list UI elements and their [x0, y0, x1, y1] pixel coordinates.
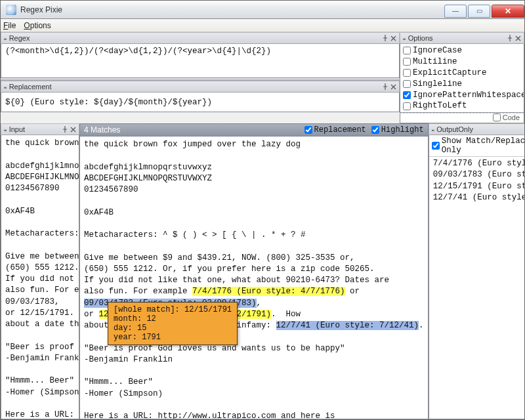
options-panel-header[interactable]: ▪▪Options	[400, 32, 524, 44]
option-label: Multiline	[413, 56, 457, 68]
matches-text: or	[345, 287, 360, 296]
option-ignorepatternwhitespace[interactable]	[403, 91, 411, 99]
option-label: RightToLeft	[413, 100, 467, 112]
work-area: ▪▪Input the quick brown fo abcdefghijklm…	[1, 123, 524, 419]
output-panel: Show Match/Replacements Only 7/4/1776 (E…	[429, 135, 525, 419]
pin-icon[interactable]	[507, 35, 513, 41]
pin-icon[interactable]	[382, 83, 388, 90]
option-label: Singleline	[413, 79, 462, 90]
option-label: ExplicitCapture	[413, 68, 487, 79]
match-count: 4 Matches	[84, 125, 120, 135]
option-righttoleft[interactable]	[403, 102, 411, 110]
match-highlight[interactable]: 12/7/41 (Euro style: 7/12/41)	[276, 321, 419, 330]
replacement-toggle[interactable]	[304, 126, 312, 134]
minimize-button[interactable]: —	[444, 5, 467, 18]
window-controls: — ▭ ✕	[443, 2, 524, 18]
options-panel-title: Options	[408, 34, 433, 42]
code-checkbox[interactable]	[493, 114, 501, 121]
panel-close-icon[interactable]	[515, 35, 521, 41]
menu-options[interactable]: Options	[24, 21, 51, 30]
menu-file[interactable]: File	[3, 21, 16, 30]
input-panel-header[interactable]: ▪▪Input	[1, 123, 79, 135]
regex-input[interactable]: (?<month>\d{1,2})/(?<day>\d{1,2})/(?<yea…	[1, 44, 400, 78]
code-label: Code	[503, 114, 520, 121]
panel-close-icon[interactable]	[70, 127, 76, 133]
matches-view[interactable]: the quick brown fox jumped over the lazy…	[79, 136, 429, 419]
matches-header: 4 Matches Replacement Highlight	[79, 123, 429, 136]
output-panel-title: OutputOnly	[436, 125, 473, 133]
pin-icon[interactable]	[382, 35, 388, 41]
match-tooltip: [whole match]: 12/15/1791 month: 12 day:…	[108, 302, 238, 345]
highlight-toggle[interactable]	[371, 126, 379, 134]
replacement-panel-header[interactable]: ▪▪Replacement	[1, 81, 400, 93]
output-text[interactable]: 7/4/1776 (Euro style: 4/7/1776) 09/03/17…	[429, 157, 525, 419]
input-textarea[interactable]: the quick brown fo abcdefghijklmnopqr AB…	[1, 135, 79, 419]
option-singleline[interactable]	[403, 80, 411, 88]
panel-close-icon[interactable]	[390, 35, 396, 41]
regex-panel-title: Regex	[9, 34, 30, 42]
window-title: Regex Pixie	[20, 5, 62, 14]
show-match-only-label: Show Match/Replacements Only	[442, 136, 525, 155]
pin-icon[interactable]	[62, 126, 68, 133]
match-highlight[interactable]: 7/4/1776 (Euro style: 4/7/1776)	[192, 287, 345, 296]
app-icon	[6, 5, 16, 15]
top-panels: ▪▪Regex (?<month>\d{1,2})/(?<day>\d{1,2}…	[1, 32, 524, 123]
maximize-button[interactable]: ▭	[468, 5, 490, 18]
close-button[interactable]: ✕	[492, 5, 524, 18]
output-panel-header[interactable]: ▪▪OutputOnly	[429, 123, 525, 135]
panel-close-icon[interactable]	[390, 84, 396, 90]
option-label: IgnoreCase	[413, 45, 462, 56]
replacement-toggle-label: Replacement	[314, 125, 366, 135]
option-explicitcapture[interactable]	[403, 69, 411, 77]
title-bar: Regex Pixie — ▭ ✕	[1, 1, 524, 19]
replacement-panel-title: Replacement	[9, 83, 52, 91]
show-match-only-toggle[interactable]	[432, 142, 440, 150]
app-window: Regex Pixie — ▭ ✕ File Options ▪▪Regex (…	[0, 0, 525, 420]
menu-bar: File Options	[1, 19, 524, 32]
option-multiline[interactable]	[403, 58, 411, 66]
regex-panel-header[interactable]: ▪▪Regex	[1, 32, 400, 44]
code-checkbox-row: Code	[400, 113, 524, 123]
input-panel-title: Input	[9, 125, 25, 133]
highlight-toggle-label: Highlight	[381, 125, 424, 135]
option-ignorecase[interactable]	[403, 47, 411, 54]
matches-text: the quick brown fox jumped over the lazy…	[84, 140, 389, 296]
options-panel: IgnoreCase Multiline ExplicitCapture Sin…	[400, 44, 524, 113]
replacement-input[interactable]: ${0} (Euro style: ${day}/${month}/${year…	[1, 93, 400, 112]
option-label: IgnorePatternWhitespace	[413, 90, 524, 101]
